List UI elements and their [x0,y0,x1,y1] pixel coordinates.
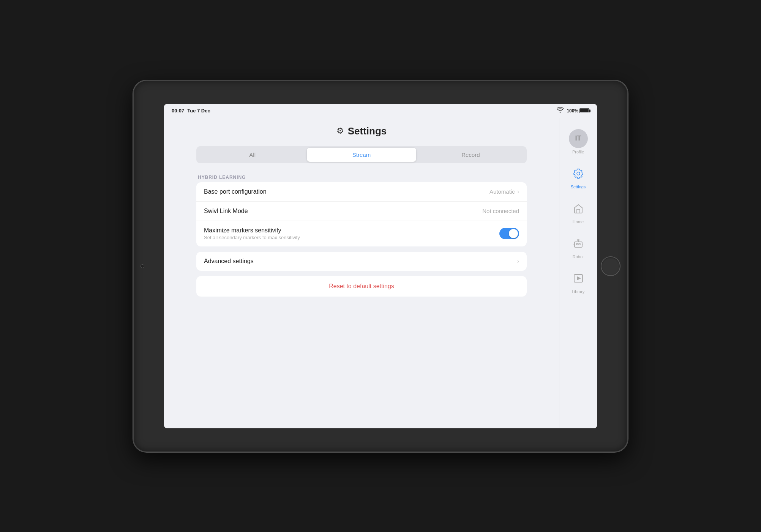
battery-icon [579,108,589,113]
settings-icon [569,164,588,183]
sidebar-item-settings[interactable]: Settings [563,160,594,193]
svg-point-0 [577,172,580,175]
base-port-title: Base port configuration [204,188,489,195]
maximize-markers-title: Maximize markers sensitivity [204,227,499,234]
advanced-settings-title: Advanced settings [204,258,517,265]
battery-percent: 100% [567,108,578,114]
wifi-icon [557,107,564,114]
base-port-chevron: › [517,188,519,195]
sidebar-item-robot[interactable]: Robot [563,230,594,263]
advanced-settings-card[interactable]: Advanced settings › [196,252,527,271]
sidebar-label-robot: Robot [573,254,584,259]
base-port-value: Automatic [489,188,515,195]
sidebar-item-profile[interactable]: IT Profile [563,125,594,158]
status-bar: 00:07 Tue 7 Dec 100% [164,104,597,118]
advanced-settings-right: › [517,258,519,265]
advanced-settings-row[interactable]: Advanced settings › [196,252,527,271]
sidebar-label-library: Library [572,289,585,294]
base-port-left: Base port configuration [204,188,489,195]
page-title-row: ⚙ Settings [336,125,387,137]
battery-fill [580,109,589,112]
swivl-link-left: Swivl Link Mode [204,208,482,215]
main-content: ⚙ Settings All Stream Record HYBRID LEAR… [164,118,597,428]
sidebar-label-profile: Profile [572,150,584,154]
screen: 00:07 Tue 7 Dec 100% [164,104,597,428]
maximize-markers-right [499,228,519,239]
sidebar-item-home[interactable]: Home [563,195,594,228]
segment-control: All Stream Record [196,146,527,163]
svg-rect-2 [576,243,578,245]
maximize-markers-subtitle: Set all secondary markers to max sensiti… [204,235,499,240]
svg-rect-1 [575,242,582,247]
page-title: Settings [348,125,387,137]
settings-row-base-port[interactable]: Base port configuration Automatic › [196,182,527,202]
sidebar: IT Profile Settings [559,118,597,428]
svg-rect-3 [579,243,580,245]
section-hybrid-learning-label: HYBRID LEARNING [196,175,527,180]
advanced-settings-chevron: › [517,258,519,265]
settings-row-swivl-link[interactable]: Swivl Link Mode Not connected [196,202,527,221]
status-time: 00:07 [172,108,184,114]
settings-title-icon: ⚙ [336,126,344,136]
swivl-link-right: Not connected [482,208,519,214]
sidebar-item-library[interactable]: Library [563,265,594,298]
segment-all[interactable]: All [198,148,307,162]
maximize-markers-left: Maximize markers sensitivity Set all sec… [204,227,499,240]
sidebar-label-settings: Settings [571,185,586,189]
settings-row-maximize-markers: Maximize markers sensitivity Set all sec… [196,221,527,246]
segment-record[interactable]: Record [416,148,525,162]
profile-avatar: IT [569,129,588,148]
center-panel: ⚙ Settings All Stream Record HYBRID LEAR… [164,118,559,428]
sidebar-label-home: Home [573,219,584,224]
robot-icon [569,234,588,253]
home-button[interactable] [601,256,620,276]
advanced-settings-left: Advanced settings [204,258,517,265]
toggle-knob [509,229,518,238]
svg-point-5 [578,239,579,241]
base-port-right: Automatic › [489,188,519,195]
segment-stream[interactable]: Stream [307,148,416,162]
camera-dot [141,264,144,268]
ipad-frame: 00:07 Tue 7 Dec 100% [133,80,628,452]
reset-text: Reset to default settings [329,283,394,289]
status-right: 100% [557,107,589,114]
settings-content: HYBRID LEARNING Base port configuration … [196,175,527,297]
swivl-link-title: Swivl Link Mode [204,208,482,215]
swivl-link-value: Not connected [482,208,519,214]
maximize-markers-toggle[interactable] [499,228,519,239]
hybrid-learning-card: Base port configuration Automatic › Swiv… [196,182,527,246]
svg-marker-9 [577,276,581,280]
battery-indicator: 100% [567,108,589,114]
home-icon [569,199,588,218]
status-date: Tue 7 Dec [187,108,210,114]
library-icon [569,269,588,288]
reset-card[interactable]: Reset to default settings [196,276,527,297]
